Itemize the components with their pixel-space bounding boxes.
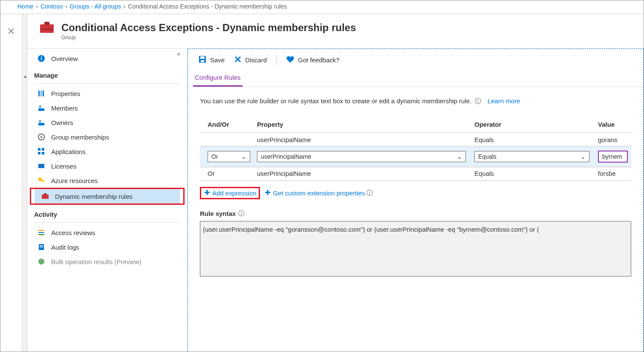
svg-rect-31: [40, 247, 43, 247]
info-icon[interactable]: ⓘ: [367, 189, 373, 197]
svg-point-12: [39, 120, 41, 122]
plus-icon: [264, 189, 271, 197]
col-header-andor: And/Or: [202, 121, 257, 128]
info-icon: i: [38, 55, 45, 62]
scrollbar-track[interactable]: ▲: [22, 14, 27, 352]
close-icon[interactable]: [8, 29, 14, 36]
info-icon[interactable]: ⓘ: [475, 97, 481, 105]
nav-label: Dynamic membership rules: [55, 193, 133, 200]
breadcrumb: Home › Contoso › Groups - All groups › C…: [0, 0, 644, 14]
nav-applications[interactable]: Applications: [31, 144, 184, 159]
table-row-active: Or ⌄ userPrincipalName ⌄: [200, 146, 631, 167]
breadcrumb-groups[interactable]: Groups - All groups: [70, 3, 121, 10]
get-extension-button[interactable]: Get custom extension properties ⓘ: [264, 189, 373, 197]
add-expression-button[interactable]: Add expression: [204, 189, 256, 197]
nav-dynamic-membership-rules[interactable]: Dynamic membership rules: [35, 189, 180, 204]
svg-rect-8: [40, 90, 42, 96]
operator-select[interactable]: Equals ⌄: [474, 151, 589, 162]
nav-label: Owners: [51, 119, 73, 126]
breadcrumb-current: Conditional Access Exceptions - Dynamic …: [128, 3, 287, 10]
nav-properties[interactable]: Properties: [31, 86, 184, 101]
nav-owners[interactable]: Owners: [31, 115, 184, 130]
grid-icon: [38, 148, 45, 155]
intro-text: You can use the rule builder or rule syn…: [200, 97, 471, 105]
cell-value: gorans: [598, 136, 630, 143]
save-button[interactable]: Save: [198, 55, 225, 65]
briefcase-icon: [41, 192, 49, 200]
chevron-down-icon: ⌄: [241, 153, 246, 160]
get-extension-label: Get custom extension properties: [273, 189, 365, 197]
toolbar: Save Discard Got feedback?: [188, 49, 643, 70]
svg-rect-11: [38, 108, 44, 111]
scroll-up-icon[interactable]: ▲: [23, 74, 27, 79]
nav-access-reviews[interactable]: Access reviews: [31, 225, 184, 240]
svg-rect-16: [38, 148, 40, 151]
cell-operator: Equals: [474, 136, 598, 143]
svg-rect-34: [200, 56, 205, 59]
checklist-icon: [38, 229, 45, 236]
gear-icon: [38, 133, 45, 141]
heart-icon: [286, 55, 295, 64]
info-icon[interactable]: ⓘ: [238, 209, 245, 218]
rule-syntax-textbox[interactable]: (user.userPrincipalName -eq "goransson@c…: [200, 221, 631, 276]
breadcrumb-org[interactable]: Contoso: [40, 3, 63, 10]
svg-point-32: [38, 259, 44, 265]
cell-andor: Or: [202, 170, 257, 177]
rule-syntax-label: Rule syntax ⓘ: [200, 209, 631, 218]
cell-property: userPrincipalName: [257, 136, 474, 143]
nav-section-manage: Manage: [27, 66, 187, 81]
nav-label: Group memberships: [51, 134, 109, 141]
collapse-nav-icon[interactable]: «: [177, 50, 180, 57]
left-nav: « i Overview Manage Properties Members: [27, 49, 188, 352]
nav-label: Overview: [51, 55, 78, 62]
nav-licenses[interactable]: Licenses: [31, 159, 184, 173]
feedback-button[interactable]: Got feedback?: [286, 55, 340, 64]
nav-bulk-operation[interactable]: Bulk operation results (Preview): [31, 254, 184, 269]
col-header-value: Value: [598, 121, 630, 128]
cell-property: userPrincipalName: [257, 170, 474, 177]
nav-label: Properties: [51, 90, 80, 97]
svg-rect-30: [40, 245, 43, 246]
table-row: Or userPrincipalName Equals forsbe: [200, 167, 631, 180]
discard-label: Discard: [245, 56, 267, 64]
save-icon: [198, 55, 207, 65]
svg-point-21: [39, 165, 41, 167]
nav-label: Licenses: [51, 163, 76, 170]
svg-rect-25: [44, 193, 46, 195]
nav-azure-resources[interactable]: Azure resources: [31, 173, 184, 188]
svg-rect-13: [38, 123, 44, 125]
value-input[interactable]: byrnem: [598, 151, 628, 163]
nav-audit-logs[interactable]: Audit logs: [31, 240, 184, 254]
select-value: Equals: [478, 153, 497, 160]
col-header-property: Property: [257, 121, 474, 128]
chevron-down-icon: ⌄: [457, 153, 462, 160]
page-title: Conditional Access Exceptions - Dynamic …: [61, 22, 356, 34]
cell-value: forsbe: [598, 170, 630, 177]
discard-button[interactable]: Discard: [234, 55, 267, 64]
page-header: Conditional Access Exceptions - Dynamic …: [27, 14, 644, 49]
table-row: userPrincipalName Equals gorans: [200, 134, 631, 146]
svg-rect-9: [43, 90, 44, 96]
learn-more-link[interactable]: Learn more: [488, 97, 520, 105]
breadcrumb-home[interactable]: Home: [17, 3, 33, 10]
nav-members[interactable]: Members: [31, 101, 184, 115]
nav-group-memberships[interactable]: Group memberships: [31, 130, 184, 144]
svg-rect-23: [41, 180, 44, 181]
chevron-right-icon: ›: [36, 3, 38, 10]
select-value: Or: [211, 153, 218, 160]
briefcase-icon: [39, 22, 55, 34]
add-expression-label: Add expression: [212, 189, 256, 197]
tab-strip: Configure Rules: [188, 70, 643, 87]
property-select[interactable]: userPrincipalName ⌄: [257, 151, 466, 162]
select-value: userPrincipalName: [261, 153, 311, 160]
nav-overview[interactable]: i Overview: [31, 51, 184, 66]
sliders-icon: [38, 90, 45, 97]
svg-rect-3: [44, 22, 49, 25]
page-subtitle: Group: [61, 35, 356, 41]
nav-label: Audit logs: [51, 244, 79, 251]
svg-rect-17: [42, 148, 44, 151]
nav-label: Members: [51, 105, 78, 112]
feedback-label: Got feedback?: [298, 56, 340, 64]
tab-configure-rules[interactable]: Configure Rules: [193, 70, 243, 87]
andor-select[interactable]: Or ⌄: [208, 151, 250, 162]
